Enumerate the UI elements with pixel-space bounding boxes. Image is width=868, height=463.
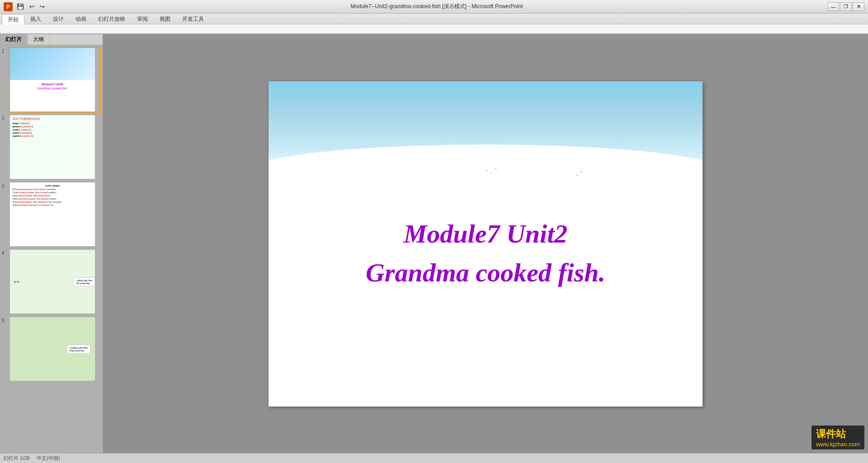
language-label: 中文(中国) [37, 455, 60, 462]
blossom-3 [495, 168, 497, 170]
undo-button[interactable]: ↩ [28, 3, 36, 10]
tab-developer[interactable]: 开发工具 [176, 14, 210, 24]
thumb1-subtitle: Grandma cooked fish. [10, 87, 95, 90]
thumb2-title: 写出下列单词的过去式。 [13, 117, 92, 121]
thumb3-line-3: Help,helped,helped, she helped Mum. [13, 194, 92, 197]
ribbon: 开始 插入 设计 动画 幻灯片放映 审阅 视图 开发工具 [0, 14, 868, 34]
tab-slideshow[interactable]: 幻灯片放映 [92, 14, 131, 24]
slide-main-title: Module7 Unit2 [269, 217, 703, 251]
app-icon: P [4, 2, 13, 11]
ribbon-tabs: 开始 插入 设计 动画 幻灯片放映 审阅 视图 开发工具 [0, 14, 868, 24]
slides-list[interactable]: 1 Module7 Unit2 Grandma cooked fish. 2 写… [0, 45, 103, 453]
tab-view[interactable]: 视图 [154, 14, 176, 24]
status-bar: 幻灯片 1/28 中文(中国) [0, 453, 868, 463]
slide-bg-wave [269, 145, 703, 199]
slide-num-2: 2 [2, 116, 7, 121]
panel-tabs: 幻灯片 大纲 [0, 34, 103, 45]
slide-main-subtitle: Grandma cooked fish. [269, 257, 703, 288]
minimize-button[interactable]: — [827, 2, 839, 11]
blossom-2 [490, 172, 492, 174]
thumb-img-2: 写出下列单词的过去式。 help ( helped ) phone ( phon… [10, 115, 95, 179]
main-slide: Module7 Unit2 Grandma cooked fish. [269, 81, 703, 407]
speech-bubble-5: I walked with MissDog yesterday. [67, 345, 90, 354]
watermark: 课件站 www.kjzhan.com [811, 426, 864, 449]
slide-thumb-2[interactable]: 2 写出下列单词的过去式。 help ( helped ) phone ( ph… [2, 114, 101, 180]
restore-button[interactable]: ❐ [840, 2, 852, 11]
blossom-4 [576, 174, 578, 176]
title-bar-left: P 💾 ↩ ↪ [4, 2, 46, 11]
slide-panel: 幻灯片 大纲 1 Module7 Unit2 Grandma cooked fi… [0, 34, 103, 453]
thumb2-row-4: wash ( washed ) [13, 131, 92, 134]
thumb3-title: Let's chant [13, 184, 92, 187]
slide-bg-top [269, 81, 703, 199]
thumb-wrapper-2: 写出下列单词的过去式。 help ( helped ) phone ( phon… [9, 114, 101, 180]
panel-tab-outline[interactable]: 大纲 [28, 34, 50, 45]
slide-count: 幻灯片 1/28 [4, 455, 29, 462]
slide-num-1: 1 [2, 49, 7, 54]
thumb-img-4: 🐦🐦 I talked with MrsCat yesterday. [10, 250, 95, 313]
thumb1-bg [10, 48, 95, 80]
slide-num-5: 5 [2, 318, 7, 323]
thumb3-line-5: Play,played,played, Sam played on the co… [13, 201, 92, 203]
tab-design[interactable]: 设计 [47, 14, 70, 24]
tab-review[interactable]: 审阅 [131, 14, 154, 24]
slide-num-3: 3 [2, 183, 7, 188]
thumb-wrapper-4: 🐦🐦 I talked with MrsCat yesterday. [9, 249, 101, 314]
thumb-img-3: Let's chant Phone,phone,phone, Amy phone… [10, 182, 95, 246]
thumb3-line-4: Wash,washed,washed, she washed clothes. [13, 197, 92, 200]
thumb-wrapper-5: I walked with MissDog yesterday. [9, 316, 101, 382]
thumb2-row-5: watch ( watched ) [13, 135, 92, 137]
panel-tab-slides[interactable]: 幻灯片 [0, 34, 28, 45]
thumb3-line-6: Watch,watched,watched, he watched TV. [13, 204, 92, 206]
speech-bubble-4: I talked with MrsCat yesterday. [73, 277, 95, 286]
slide-thumb-5[interactable]: 5 I walked with MissDog yesterday. [2, 316, 101, 382]
thumb1-title: Module7 Unit2 [10, 80, 95, 87]
thumb-wrapper-3: Let's chant Phone,phone,phone, Amy phone… [9, 182, 101, 247]
title-bar: P 💾 ↩ ↪ Module7--Unit2-grandma-cooked-fi… [0, 0, 868, 14]
language-status: 中文(中国) [37, 455, 60, 462]
slide-thumb-1[interactable]: 1 Module7 Unit2 Grandma cooked fish. [2, 47, 101, 112]
slide-thumb-3[interactable]: 3 Let's chant Phone,phone,phone, Amy pho… [2, 182, 101, 247]
tab-insert[interactable]: 插入 [24, 14, 47, 24]
slide-thumb-4[interactable]: 4 🐦🐦 I talked with MrsCat yesterday. [2, 249, 101, 314]
save-button[interactable]: 💾 [15, 3, 25, 10]
editing-area: Module7 Unit2 Grandma cooked fish. 课件站 w… [103, 34, 868, 453]
slide-count-label: 幻灯片 1/28 [4, 455, 29, 462]
watermark-main: 课件站 [816, 427, 860, 441]
window-controls: — ❐ ✕ [827, 2, 864, 11]
thumb3-line-2: Cook,cooked,cooked, Amy cooked noodles. [13, 191, 92, 194]
slide-num-4: 4 [2, 251, 7, 256]
ribbon-content [0, 24, 868, 33]
blossom-1 [486, 169, 488, 172]
window-title: Module7--Unit2-grandma-cooked-fish [演示模式… [46, 3, 827, 10]
thumb2-row-1: help ( helped ) [13, 122, 92, 125]
tab-home[interactable]: 开始 [2, 14, 24, 24]
thumb-img-1: Module7 Unit2 Grandma cooked fish. [10, 48, 95, 112]
thumb2-row-3: cook ( cooked ) [13, 128, 92, 131]
thumb3-line-1: Phone,phone,phone, Amy phone Grandma. [13, 188, 92, 191]
tab-animation[interactable]: 动画 [70, 14, 92, 24]
thumb2-row-2: phone ( phoned ) [13, 125, 92, 128]
main-area: 幻灯片 大纲 1 Module7 Unit2 Grandma cooked fi… [0, 34, 868, 453]
redo-button[interactable]: ↪ [38, 3, 46, 10]
close-button[interactable]: ✕ [853, 2, 864, 11]
thumb-img-5: I walked with MissDog yesterday. [10, 317, 95, 381]
blossom-5 [580, 171, 583, 173]
thumb-wrapper-1: Module7 Unit2 Grandma cooked fish. [9, 47, 101, 112]
watermark-sub: www.kjzhan.com [816, 441, 860, 448]
